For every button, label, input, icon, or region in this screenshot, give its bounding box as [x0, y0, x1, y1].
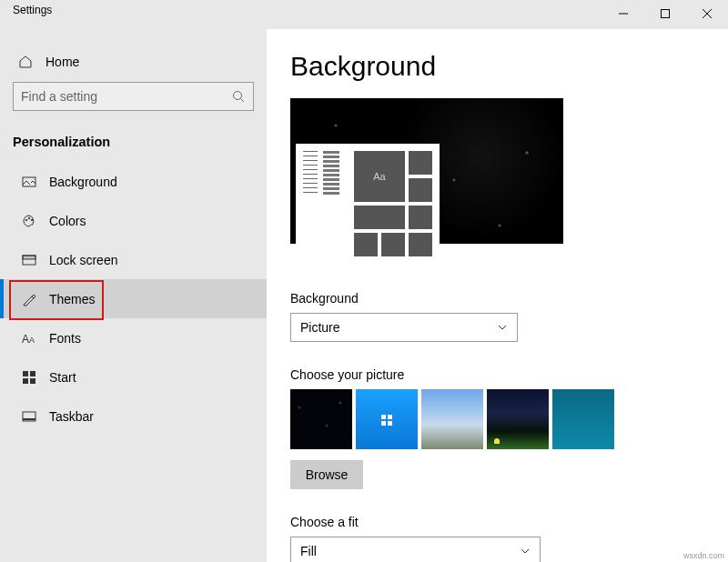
picture-thumbnails — [290, 389, 710, 449]
svg-rect-14 — [23, 371, 28, 376]
themes-icon — [22, 292, 36, 306]
sidebar-item-label: Lock screen — [49, 253, 117, 267]
sidebar-item-themes[interactable]: Themes — [0, 279, 267, 318]
titlebar: Settings — [0, 0, 728, 29]
sidebar: Home Personalization Background Colors — [0, 29, 267, 562]
page-title: Background — [290, 51, 710, 82]
svg-line-5 — [241, 99, 245, 103]
svg-point-7 — [25, 219, 27, 221]
sidebar-item-label: Fonts — [49, 331, 81, 346]
sidebar-item-label: Taskbar — [49, 409, 94, 424]
fonts-icon: AA — [22, 331, 36, 346]
background-type-value: Picture — [300, 320, 497, 335]
sidebar-item-background[interactable]: Background — [0, 162, 267, 201]
background-type-label: Background — [290, 291, 710, 306]
picture-thumb-5[interactable] — [552, 389, 614, 449]
start-icon — [22, 370, 36, 385]
svg-rect-1 — [662, 10, 670, 18]
maximize-button[interactable] — [644, 0, 686, 27]
window-title: Settings — [13, 4, 52, 16]
preview-menu-icon — [323, 151, 339, 196]
svg-text:A: A — [29, 336, 35, 345]
svg-rect-15 — [30, 371, 35, 376]
sidebar-home[interactable]: Home — [0, 44, 267, 80]
home-icon — [18, 55, 33, 69]
chevron-down-icon — [497, 322, 508, 333]
chevron-down-icon — [520, 546, 531, 557]
svg-rect-16 — [23, 378, 28, 384]
picture-thumb-2[interactable] — [356, 389, 418, 449]
preview-start-tiles: Aa — [354, 151, 436, 244]
sidebar-item-label: Colors — [49, 214, 86, 228]
picture-thumb-3[interactable] — [421, 389, 483, 449]
sidebar-item-taskbar[interactable]: Taskbar — [0, 396, 267, 436]
sidebar-section-title: Personalization — [0, 120, 267, 162]
choose-fit-label: Choose a fit — [290, 515, 710, 529]
content-pane: Background Aa — [267, 29, 728, 562]
preview-sample-text: Aa — [354, 151, 405, 202]
svg-point-9 — [31, 219, 33, 221]
picture-thumb-1[interactable] — [290, 389, 352, 449]
sidebar-item-lockscreen[interactable]: Lock screen — [0, 240, 267, 279]
sidebar-item-fonts[interactable]: AA Fonts — [0, 318, 267, 357]
browse-button[interactable]: Browse — [290, 460, 363, 489]
home-label: Home — [46, 55, 79, 69]
watermark: wsxdn.com — [683, 551, 724, 560]
search-box[interactable] — [13, 82, 254, 111]
palette-icon — [22, 214, 36, 228]
choose-picture-label: Choose your picture — [290, 367, 710, 382]
lockscreen-icon — [22, 253, 36, 267]
picture-icon — [22, 175, 36, 189]
svg-point-4 — [234, 92, 242, 100]
preview-text-icon — [303, 151, 318, 196]
minimize-button[interactable] — [602, 0, 644, 27]
desktop-preview: Aa — [290, 98, 563, 244]
sidebar-item-label: Themes — [49, 292, 96, 306]
sidebar-item-label: Start — [49, 370, 76, 385]
search-icon — [231, 89, 246, 104]
svg-point-8 — [28, 217, 30, 219]
fit-select[interactable]: Fill — [290, 537, 541, 562]
sidebar-item-label: Background — [49, 175, 117, 189]
svg-rect-17 — [30, 378, 35, 384]
svg-rect-11 — [23, 256, 35, 259]
search-input[interactable] — [21, 89, 231, 104]
taskbar-icon — [22, 409, 36, 424]
svg-text:A: A — [22, 333, 29, 345]
background-type-select[interactable]: Picture — [290, 313, 518, 342]
close-button[interactable] — [686, 0, 728, 27]
fit-value: Fill — [300, 544, 520, 558]
sidebar-item-colors[interactable]: Colors — [0, 201, 267, 240]
picture-thumb-4[interactable] — [487, 389, 549, 449]
sidebar-item-start[interactable]: Start — [0, 357, 267, 396]
